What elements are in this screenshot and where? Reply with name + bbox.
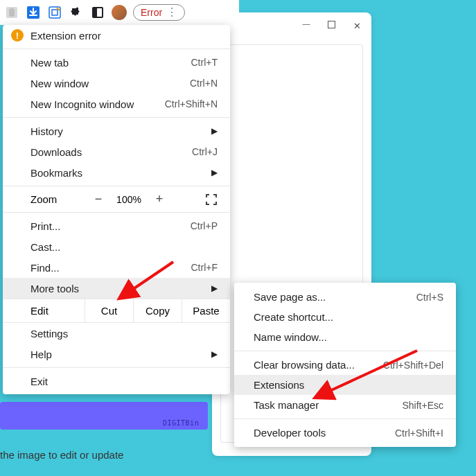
window-minimize-button[interactable] (301, 21, 311, 30)
extension2-icon[interactable] (47, 5, 62, 20)
zoom-value: 100% (111, 194, 147, 205)
chevron-right-icon: ▶ (211, 168, 218, 177)
submenu-label: Save page as... (254, 291, 326, 303)
edit-cut-button[interactable]: Cut (85, 299, 133, 322)
menu-item-new-incognito[interactable]: New Incognito window Ctrl+Shift+N (3, 94, 230, 114)
zoom-in-button[interactable]: + (147, 192, 172, 206)
menu-label: New tab (30, 57, 69, 69)
submenu-label: Extensions (254, 379, 304, 391)
menu-item-edit: Edit Cut Copy Paste (3, 299, 230, 323)
menu-item-settings[interactable]: Settings (3, 323, 230, 344)
submenu-shortcut: Ctrl+Shift+Del (383, 360, 443, 371)
menu-shortcut: Ctrl+F (191, 262, 218, 273)
menu-label: New window (30, 78, 89, 89)
more-tools-submenu: Save page as... Ctrl+S Create shortcut..… (234, 283, 456, 447)
menu-label: Find... (30, 262, 60, 274)
submenu-item-clear-data[interactable]: Clear browsing data... Ctrl+Shift+Del (234, 355, 456, 375)
browser-toolbar: Error ⋮ (0, 0, 239, 25)
menu-shortcut: Ctrl+P (191, 220, 218, 231)
menu-item-help[interactable]: Help ▶ (3, 344, 230, 364)
error-chip[interactable]: Error ⋮ (133, 4, 185, 21)
menu-item-cast[interactable]: Cast... (3, 236, 230, 257)
profile-avatar[interactable] (112, 5, 127, 20)
submenu-shortcut: Ctrl+S (416, 292, 443, 303)
menu-shortcut: Ctrl+T (191, 57, 218, 68)
menu-item-downloads[interactable]: Downloads Ctrl+J (3, 141, 230, 162)
submenu-item-task-manager[interactable]: Task manager Shift+Esc (234, 395, 456, 415)
menu-shortcut: Ctrl+J (192, 146, 218, 157)
chevron-right-icon: ▶ (211, 126, 218, 136)
menu-label: Settings (30, 328, 68, 340)
download-icon[interactable] (26, 5, 41, 20)
menu-label: History (30, 125, 63, 137)
fullscreen-icon[interactable] (205, 193, 218, 206)
submenu-label: Create shortcut... (254, 311, 333, 323)
menu-label: Help (30, 349, 52, 360)
zoom-label: Zoom (30, 193, 86, 205)
menu-shortcut: Ctrl+N (190, 78, 218, 89)
menu-label: More tools (30, 283, 79, 294)
menu-item-history[interactable]: History ▶ (3, 121, 230, 141)
menu-item-find[interactable]: Find... Ctrl+F (3, 257, 230, 278)
menu-shortcut: Ctrl+Shift+N (165, 98, 218, 109)
svg-rect-5 (93, 8, 97, 17)
watermark-text: DIGITBin (163, 419, 199, 427)
window-close-button[interactable] (352, 21, 362, 30)
menu-label: New Incognito window (30, 98, 134, 110)
error-chip-label: Error (141, 7, 162, 18)
edit-copy-button[interactable]: Copy (133, 299, 182, 322)
submenu-item-extensions[interactable]: Extensions (234, 375, 456, 395)
menu-item-print[interactable]: Print... Ctrl+P (3, 215, 230, 236)
submenu-item-save-page[interactable]: Save page as... Ctrl+S (234, 287, 456, 307)
submenu-label: Clear browsing data... (254, 359, 355, 371)
menu-item-zoom: Zoom − 100% + (3, 189, 230, 209)
warning-icon: ! (11, 29, 24, 42)
menu-label: Cast... (30, 241, 60, 253)
edit-label: Edit (3, 299, 85, 322)
sidepanel-icon[interactable] (90, 5, 105, 20)
menu-item-new-tab[interactable]: New tab Ctrl+T (3, 52, 230, 73)
menu-label: Print... (30, 220, 60, 232)
submenu-item-name-window[interactable]: Name window... (234, 327, 456, 347)
submenu-item-create-shortcut[interactable]: Create shortcut... (234, 307, 456, 327)
menu-item-more-tools[interactable]: More tools ▶ (3, 278, 230, 299)
submenu-shortcut: Shift+Esc (402, 400, 443, 411)
edit-paste-button[interactable]: Paste (182, 299, 230, 322)
submenu-label: Task manager (254, 399, 319, 411)
chevron-right-icon: ▶ (211, 349, 218, 359)
menu-header-label: Extension error (30, 30, 101, 42)
submenu-shortcut: Ctrl+Shift+I (395, 427, 443, 439)
submenu-label: Name window... (254, 331, 327, 343)
zoom-out-button[interactable]: − (86, 192, 111, 206)
menu-header-extension-error[interactable]: ! Extension error (3, 25, 230, 46)
menu-label: Downloads (30, 146, 82, 158)
submenu-item-developer-tools[interactable]: Developer tools Ctrl+Shift+I (234, 423, 456, 443)
menu-item-exit[interactable]: Exit (3, 371, 230, 391)
menu-item-bookmarks[interactable]: Bookmarks ▶ (3, 162, 230, 183)
window-maximize-button[interactable] (328, 21, 335, 28)
chevron-right-icon: ▶ (211, 283, 218, 293)
menu-label: Exit (30, 376, 48, 387)
menu-item-new-window[interactable]: New window Ctrl+N (3, 73, 230, 94)
extension1-icon[interactable] (4, 5, 19, 20)
submenu-label: Developer tools (254, 427, 326, 439)
puzzle-icon[interactable] (69, 5, 84, 20)
menu-label: Bookmarks (30, 167, 82, 179)
background-caption: the image to edit or update (0, 449, 123, 461)
svg-rect-1 (9, 8, 15, 17)
main-menu: ! Extension error New tab Ctrl+T New win… (3, 25, 230, 394)
